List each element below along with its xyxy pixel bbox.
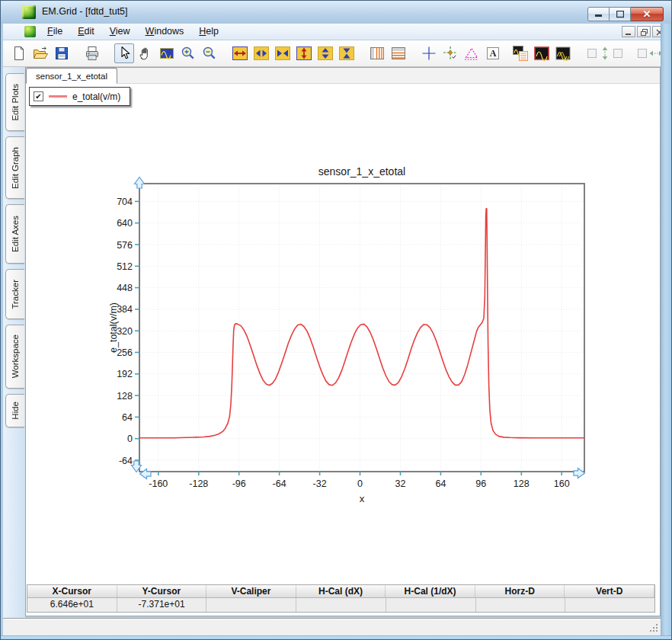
cursor-readout-table: X-CursorY-CursorV-CaliperH-Cal (dX)H-Cal… [27, 584, 655, 613]
horizontal-grid-button[interactable] [389, 43, 408, 63]
menu-items: FileEditViewWindowsHelp [40, 24, 226, 40]
window-title: EM.Grid - [fdtd_tut5] [42, 6, 128, 17]
sidebar-tab-tracker[interactable]: Tracker [5, 269, 24, 319]
cursor-value-4 [386, 598, 476, 612]
vertical-grid-button[interactable] [367, 43, 387, 63]
window-frame-right [661, 24, 671, 640]
resize-grip[interactable] [649, 623, 658, 632]
toolbar: ALayout [3, 40, 662, 67]
zoom-in-button[interactable] [178, 43, 198, 63]
status-bar [3, 618, 662, 635]
close-button[interactable]: ✕ [631, 7, 664, 21]
sidebar-tab-label: Edit Axes [11, 210, 20, 258]
shrink-x-button[interactable] [251, 43, 271, 63]
cursor-header-y-cursor: Y-Cursor [117, 585, 207, 597]
mirror-x-button[interactable] [273, 43, 293, 63]
crosshair-button[interactable] [419, 43, 439, 63]
document-tab[interactable]: sensor_1_x_etotal [26, 68, 117, 84]
fit-horizontal-button[interactable] [635, 43, 662, 63]
mirror-y-button[interactable] [337, 43, 357, 63]
cursor-value-0: 6.646e+01 [27, 598, 117, 612]
fit-vertical-right-checkbox[interactable] [613, 49, 622, 58]
sidebar-tab-label: Edit Plots [11, 78, 20, 127]
maximize-icon [616, 11, 624, 18]
pan-hand-button[interactable] [136, 43, 155, 63]
new-file-button[interactable] [9, 43, 29, 63]
app-icon [22, 5, 36, 19]
fit-vertical-button[interactable] [585, 43, 625, 63]
cursor-value-5 [476, 598, 566, 612]
fit-horizontal-left-checkbox[interactable] [638, 49, 647, 58]
minimize-button[interactable] [587, 7, 610, 21]
legend-line-sample [49, 95, 67, 98]
sidebar-tab-workspace[interactable]: Workspace [5, 325, 24, 389]
sidebar-tab-hide[interactable]: Hide [5, 394, 24, 427]
sidebar-tab-label: Tracker [11, 274, 20, 315]
expand-x-button[interactable] [230, 43, 250, 63]
menu-bar: FileEditViewWindowsHelp [3, 24, 670, 40]
cursor-table-value-row: 6.646e+01-7.371e+01 [27, 598, 654, 612]
maximize-button[interactable] [610, 7, 631, 21]
menu-windows[interactable]: Windows [138, 24, 192, 40]
single-plot-button[interactable] [532, 43, 552, 63]
cursor-header-x-cursor: X-Cursor [27, 585, 117, 597]
fit-vertical-left-checkbox[interactable] [587, 49, 597, 58]
caliper-button[interactable] [462, 43, 482, 63]
svg-text:A: A [490, 48, 497, 59]
save-file-button[interactable] [52, 43, 72, 63]
minimize-icon [626, 25, 632, 39]
zoom-out-button[interactable] [200, 43, 219, 63]
cursor-header-vert-d: Vert-D [565, 585, 654, 597]
select-cursor-button[interactable] [114, 43, 134, 63]
mdi-minimize-button[interactable] [622, 26, 635, 37]
legend-checkbox[interactable]: ✔ [34, 91, 43, 101]
legend-label: e_total(v/m) [72, 91, 120, 102]
mdi-window-buttons [622, 26, 666, 37]
sidebar-tab-label: Hide [11, 395, 20, 426]
cursor-value-1: -7.371e+01 [117, 598, 207, 612]
multi-plot-button[interactable] [553, 43, 573, 63]
menu-view[interactable]: View [102, 24, 138, 40]
cursor-table-header-row: X-CursorY-CursorV-CaliperH-Cal (dX)H-Cal… [27, 585, 654, 598]
cursor-value-3 [296, 598, 386, 612]
cursor-header-horz-d: Horz-D [475, 585, 565, 597]
sidebar-tab-label: Edit Graph [11, 141, 20, 195]
sidebar-tab-edit-axes[interactable]: Edit Axes [5, 204, 24, 264]
sidebar: Edit PlotsEdit GraphEdit AxesTrackerWork… [3, 67, 25, 618]
expand-y-button[interactable] [294, 43, 314, 63]
fit-vertical-icon [597, 45, 613, 62]
caption-buttons: ✕ [587, 7, 664, 21]
title-bar[interactable]: EM.Grid - [fdtd_tut5] ✕ [1, 1, 671, 24]
document-tab-strip [26, 68, 660, 84]
sidebar-tab-edit-plots[interactable]: Edit Plots [5, 73, 24, 131]
open-file-button[interactable] [30, 43, 50, 63]
legend-box: ✔ e_total(v/m) [29, 87, 130, 106]
menu-edit[interactable]: Edit [70, 24, 102, 40]
plot-with-list-button[interactable] [510, 43, 530, 63]
zoom-window-button[interactable] [157, 43, 177, 63]
cursor-value-2 [206, 598, 296, 612]
shrink-y-button[interactable] [315, 43, 335, 63]
restore-icon [641, 25, 648, 39]
close-icon: ✕ [643, 8, 651, 20]
window-frame-left [1, 24, 3, 640]
menu-help[interactable]: Help [191, 24, 226, 40]
mdi-restore-button[interactable] [637, 26, 651, 37]
sidebar-tab-edit-graph[interactable]: Edit Graph [5, 136, 24, 199]
minimize-icon [595, 11, 603, 18]
cursor-value-6 [565, 598, 654, 612]
cursor-header-h-cal-dx-: H-Cal (dX) [296, 585, 386, 597]
cursor-header-v-caliper: V-Caliper [206, 585, 296, 597]
app-window: EM.Grid - [fdtd_tut5] ✕ FileEditViewWind… [0, 0, 672, 640]
sidebar-tab-label: Workspace [11, 328, 20, 384]
tracker-button[interactable] [440, 43, 460, 63]
plot-panel: sensor_1_x_etotal ✔ e_total(v/m) [25, 67, 661, 616]
window-frame-bottom [1, 635, 671, 640]
cursor-header-h-cal-1-dx-: H-Cal (1/dX) [386, 585, 475, 597]
menu-file[interactable]: File [40, 24, 70, 40]
document-icon [24, 26, 36, 37]
print-button[interactable] [82, 43, 102, 63]
text-annotation-button[interactable]: A [483, 43, 503, 63]
